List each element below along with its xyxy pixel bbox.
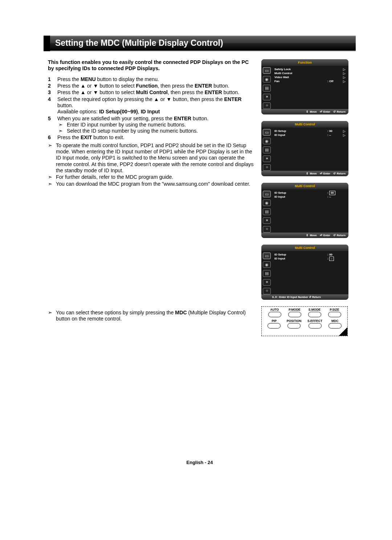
return-icon: ↺ [333, 172, 336, 175]
remote-button: S.EFFECT [307, 319, 322, 329]
enter-icon: ⏎ [320, 110, 322, 113]
channel-icon: ▤ [263, 208, 271, 215]
sound-icon: ◉ [263, 138, 271, 144]
arrow-note: Select the ID setup number by using the … [57, 128, 255, 134]
channel-icon: ▤ [263, 85, 271, 91]
intro-text: This function enables you to easily cont… [48, 59, 255, 72]
remote-button: AUTO [268, 308, 281, 317]
page-footer: English - 24 [44, 460, 356, 465]
function-icon: ✶ [263, 217, 271, 224]
sound-icon: ◉ [263, 200, 271, 206]
return-icon: ↺ [333, 110, 336, 113]
osd-screenshot-function: Function ▭ ◉ ▤ ✶ ✧ Safety Lock▷Multi Con… [261, 59, 348, 114]
setup-icon: ✧ [263, 288, 271, 294]
move-icon: ⇕ [306, 110, 309, 113]
enter-icon: ⏎ [320, 172, 322, 175]
channel-icon: ▤ [263, 146, 271, 153]
sound-icon: ◉ [263, 76, 271, 82]
function-icon: ✶ [263, 279, 271, 286]
return-icon: ↺ [333, 234, 336, 237]
picture-icon: ▭ [263, 129, 271, 136]
function-icon: ✶ [263, 94, 271, 100]
arrow-note: To operate the multi control function, P… [48, 142, 255, 174]
move-icon: ⇕ [306, 172, 309, 175]
sound-icon: ◉ [263, 261, 271, 268]
remote-button: POSITION [287, 319, 302, 329]
function-icon: ✶ [263, 156, 271, 162]
remote-button: P.SIZE [328, 308, 341, 317]
arrow-note: For further details, refer to the MDC pr… [48, 174, 255, 180]
osd-footer-text: 0..9 : Enter ID Input Number ↺ Return [272, 295, 321, 299]
arrow-note: You can download the MDC program from th… [48, 181, 255, 187]
picture-icon: ▭ [263, 67, 271, 74]
remote-button: S.MODE [308, 308, 321, 317]
enter-icon: ⏎ [320, 234, 322, 237]
page-title: Setting the MDC (Multiple Display Contro… [55, 38, 223, 48]
remote-control-diagram: AUTOP.MODES.MODEP.SIZE PIPPOSITIONS.EFFE… [261, 306, 348, 336]
arrow-note: You can select these options by simply p… [48, 310, 255, 322]
step-list: 1Press the MENU button to display the me… [48, 76, 255, 141]
osd-screenshot-idinput: Multi Control ▭ ◉ ▤ ✶ ✧ ID Setup: 00ID I… [261, 245, 348, 300]
channel-icon: ▤ [263, 270, 271, 277]
osd-screenshot-multicontrol: Multi Control ▭ ◉ ▤ ✶ ✧ ID Setup: 00▷ID … [261, 121, 348, 176]
setup-icon: ✧ [263, 102, 271, 109]
picture-icon: ▭ [263, 191, 271, 197]
title-bar: Setting the MDC (Multiple Display Contro… [44, 36, 356, 51]
pointer-arrow-icon [338, 326, 347, 336]
setup-icon: ✧ [263, 226, 271, 233]
remote-button: PIP [268, 319, 281, 329]
setup-icon: ✧ [263, 164, 271, 171]
remote-button: P.MODE [288, 308, 301, 317]
move-icon: ⇕ [306, 234, 309, 237]
osd-screenshot-idsetup: Multi Control ▭ ◉ ▤ ✶ ✧ ID Setup: 00ID I… [261, 183, 348, 238]
picture-icon: ▭ [263, 253, 271, 259]
arrow-note: Enter ID input number by using the numer… [57, 122, 255, 128]
